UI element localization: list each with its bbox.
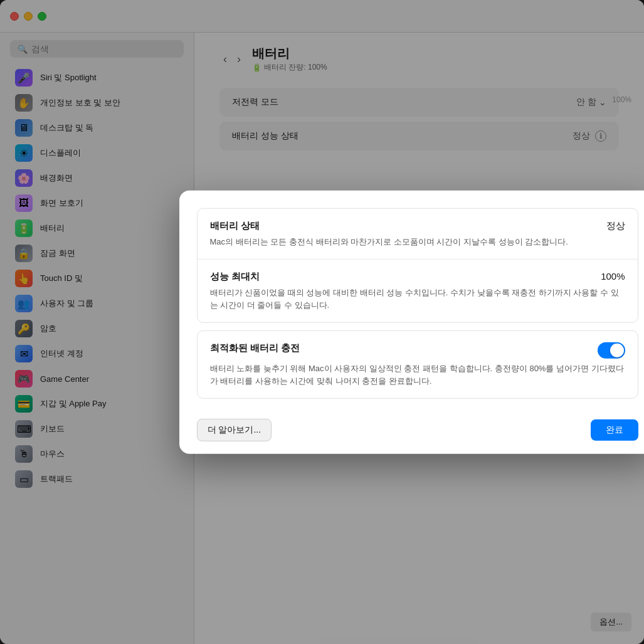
done-button[interactable]: 완료	[591, 420, 638, 441]
modal-footer: 더 알아보기... 완료	[179, 406, 645, 454]
modal-row-header-perf: 성능 최대치 100%	[210, 271, 625, 283]
battery-status-desc: Mac의 배터리는 모든 충전식 배터리와 마찬가지로 소모품이며 시간이 지날…	[210, 235, 625, 248]
modal-row-battery-status: 배터리 상태 정상 Mac의 배터리는 모든 충전식 배터리와 마찬가지로 소모…	[198, 208, 638, 260]
optimized-charging-desc: 배터리 노화를 늦추기 위해 Mac이 사용자의 일상적인 충전 패턴을 학습합…	[210, 362, 625, 387]
modal-content: 배터리 상태 정상 Mac의 배터리는 모든 충전식 배터리와 마찬가지로 소모…	[179, 190, 645, 399]
optimized-charging-toggle[interactable]	[598, 342, 625, 359]
performance-max-desc: 배터리가 신품이었을 때의 성능에 대비한 배터리 성능 수치입니다. 수치가 …	[210, 287, 625, 311]
modal-section-2: 최적화된 배터리 충전 배터리 노화를 늦추기 위해 Mac이 사용자의 일상적…	[197, 330, 638, 399]
modal-row-optimized-charging: 최적화된 배터리 충전 배터리 노화를 늦추기 위해 Mac이 사용자의 일상적…	[198, 331, 638, 398]
modal-row-header-status: 배터리 상태 정상	[210, 219, 625, 231]
performance-max-value: 100%	[601, 271, 625, 282]
battery-status-title: 배터리 상태	[210, 219, 260, 231]
battery-health-modal: 배터리 상태 정상 Mac의 배터리는 모든 충전식 배터리와 마찬가지로 소모…	[179, 190, 645, 454]
battery-status-value: 정상	[606, 219, 625, 231]
optimized-charging-title: 최적화된 배터리 충전	[210, 342, 300, 354]
modal-row-performance-max: 성능 최대치 100% 배터리가 신품이었을 때의 성능에 대비한 배터리 성능…	[198, 260, 638, 322]
performance-max-title: 성능 최대치	[210, 271, 260, 283]
modal-section-1: 배터리 상태 정상 Mac의 배터리는 모든 충전식 배터리와 마찬가지로 소모…	[197, 208, 638, 323]
modal-row-header-charging: 최적화된 배터리 충전	[210, 342, 625, 359]
learn-more-button[interactable]: 더 알아보기...	[197, 419, 272, 441]
